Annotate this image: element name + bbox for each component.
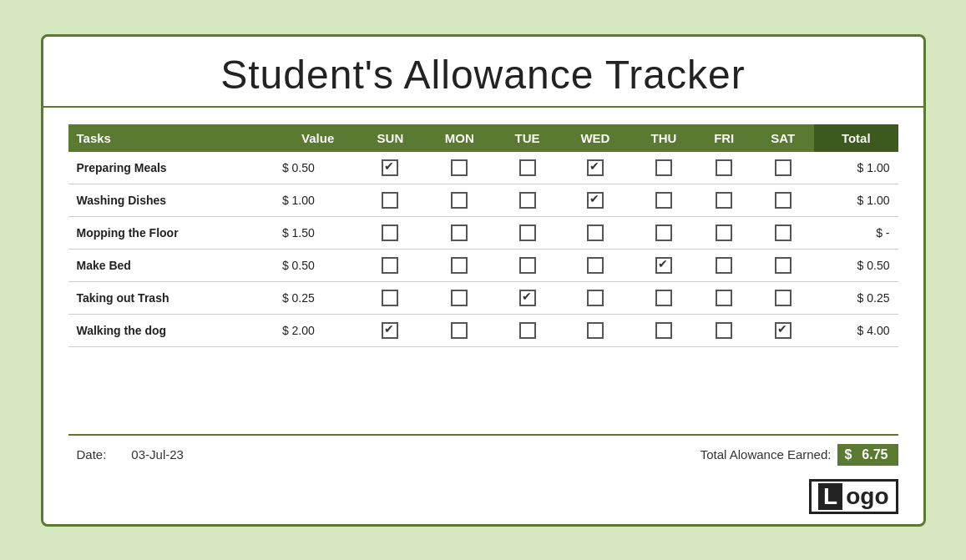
- checkbox-unchecked[interactable]: [655, 159, 672, 176]
- col-header-tue: TUE: [495, 124, 559, 152]
- day-checkbox-cell[interactable]: [423, 281, 495, 314]
- checkbox-checked[interactable]: [587, 159, 604, 176]
- checkbox-unchecked[interactable]: [519, 257, 536, 274]
- day-checkbox-cell[interactable]: [357, 184, 423, 216]
- checkbox-unchecked[interactable]: [519, 322, 536, 339]
- day-checkbox-cell[interactable]: [559, 152, 631, 184]
- checkbox-unchecked[interactable]: [451, 322, 468, 339]
- day-checkbox-cell[interactable]: [423, 152, 495, 184]
- task-total: $ 1.00: [814, 152, 898, 184]
- day-checkbox-cell[interactable]: [357, 249, 423, 281]
- day-checkbox-cell[interactable]: [751, 281, 814, 314]
- day-checkbox-cell[interactable]: [423, 314, 495, 346]
- checkbox-unchecked[interactable]: [775, 159, 792, 176]
- day-checkbox-cell[interactable]: [559, 184, 631, 216]
- checkbox-checked[interactable]: [775, 322, 792, 339]
- logo-box: L ogo: [809, 479, 898, 514]
- day-checkbox-cell[interactable]: [751, 152, 814, 184]
- day-checkbox-cell[interactable]: [495, 281, 559, 314]
- day-checkbox-cell[interactable]: [631, 281, 696, 314]
- day-checkbox-cell[interactable]: [751, 184, 814, 216]
- day-checkbox-cell[interactable]: [357, 314, 423, 346]
- checkbox-unchecked[interactable]: [451, 159, 468, 176]
- checkbox-unchecked[interactable]: [655, 322, 672, 339]
- checkbox-unchecked[interactable]: [451, 192, 468, 209]
- day-checkbox-cell[interactable]: [559, 314, 631, 346]
- day-checkbox-cell[interactable]: [423, 249, 495, 281]
- day-checkbox-cell[interactable]: [696, 314, 751, 346]
- footer-total: Total Alowance Earned: $ 6.75: [700, 444, 898, 466]
- checkbox-unchecked[interactable]: [451, 257, 468, 274]
- day-checkbox-cell[interactable]: [559, 216, 631, 249]
- checkbox-checked[interactable]: [519, 290, 536, 306]
- checkbox-checked[interactable]: [655, 257, 672, 274]
- checkbox-checked[interactable]: [587, 192, 604, 209]
- day-checkbox-cell[interactable]: [357, 281, 423, 314]
- day-checkbox-cell[interactable]: [423, 216, 495, 249]
- checkbox-unchecked[interactable]: [716, 225, 732, 241]
- checkbox-unchecked[interactable]: [587, 257, 604, 274]
- task-total: $ 4.00: [814, 314, 898, 346]
- checkbox-unchecked[interactable]: [587, 290, 604, 306]
- day-checkbox-cell[interactable]: [696, 249, 751, 281]
- checkbox-unchecked[interactable]: [451, 225, 468, 241]
- day-checkbox-cell[interactable]: [495, 249, 559, 281]
- table-row: Mopping the Floor$ 1.50$ -: [68, 216, 898, 249]
- table-row: Walking the dog$ 2.00$ 4.00: [68, 314, 898, 346]
- checkbox-unchecked[interactable]: [519, 225, 536, 241]
- task-value: $ 0.50: [279, 249, 357, 281]
- day-checkbox-cell[interactable]: [495, 152, 559, 184]
- day-checkbox-cell[interactable]: [357, 216, 423, 249]
- checkbox-unchecked[interactable]: [519, 159, 536, 176]
- table-row: Washing Dishes$ 1.00$ 1.00: [68, 184, 898, 216]
- checkbox-unchecked[interactable]: [716, 192, 732, 209]
- checkbox-unchecked[interactable]: [382, 257, 398, 274]
- task-name: Washing Dishes: [68, 184, 279, 216]
- checkbox-unchecked[interactable]: [655, 192, 672, 209]
- checkbox-unchecked[interactable]: [382, 192, 398, 209]
- checkbox-unchecked[interactable]: [382, 290, 398, 306]
- day-checkbox-cell[interactable]: [495, 314, 559, 346]
- checkbox-unchecked[interactable]: [716, 257, 732, 274]
- day-checkbox-cell[interactable]: [631, 184, 696, 216]
- day-checkbox-cell[interactable]: [357, 152, 423, 184]
- day-checkbox-cell[interactable]: [696, 216, 751, 249]
- day-checkbox-cell[interactable]: [495, 216, 559, 249]
- col-header-tasks: Tasks: [68, 124, 279, 152]
- allowance-table: Tasks Value SUN MON TUE WED THU FRI SAT …: [68, 124, 898, 347]
- day-checkbox-cell[interactable]: [751, 216, 814, 249]
- day-checkbox-cell[interactable]: [631, 314, 696, 346]
- day-checkbox-cell[interactable]: [559, 249, 631, 281]
- day-checkbox-cell[interactable]: [631, 216, 696, 249]
- day-checkbox-cell[interactable]: [696, 184, 751, 216]
- day-checkbox-cell[interactable]: [696, 152, 751, 184]
- checkbox-unchecked[interactable]: [716, 290, 732, 306]
- checkbox-unchecked[interactable]: [775, 225, 792, 241]
- checkbox-checked[interactable]: [382, 159, 398, 176]
- checkbox-unchecked[interactable]: [775, 192, 792, 209]
- title-section: Student's Allowance Tracker: [43, 37, 923, 108]
- checkbox-unchecked[interactable]: [716, 159, 732, 176]
- day-checkbox-cell[interactable]: [495, 184, 559, 216]
- checkbox-unchecked[interactable]: [775, 290, 792, 306]
- day-checkbox-cell[interactable]: [751, 249, 814, 281]
- checkbox-unchecked[interactable]: [587, 225, 604, 241]
- table-header-row: Tasks Value SUN MON TUE WED THU FRI SAT …: [68, 124, 898, 152]
- checkbox-unchecked[interactable]: [716, 322, 732, 339]
- day-checkbox-cell[interactable]: [631, 249, 696, 281]
- day-checkbox-cell[interactable]: [559, 281, 631, 314]
- checkbox-unchecked[interactable]: [519, 192, 536, 209]
- checkbox-checked[interactable]: [382, 322, 398, 339]
- col-header-wed: WED: [559, 124, 631, 152]
- checkbox-unchecked[interactable]: [587, 322, 604, 339]
- checkbox-unchecked[interactable]: [655, 290, 672, 306]
- day-checkbox-cell[interactable]: [696, 281, 751, 314]
- day-checkbox-cell[interactable]: [751, 314, 814, 346]
- logo-text: ogo: [846, 483, 888, 510]
- checkbox-unchecked[interactable]: [451, 290, 468, 306]
- checkbox-unchecked[interactable]: [655, 225, 672, 241]
- checkbox-unchecked[interactable]: [382, 225, 398, 241]
- day-checkbox-cell[interactable]: [631, 152, 696, 184]
- checkbox-unchecked[interactable]: [775, 257, 792, 274]
- day-checkbox-cell[interactable]: [423, 184, 495, 216]
